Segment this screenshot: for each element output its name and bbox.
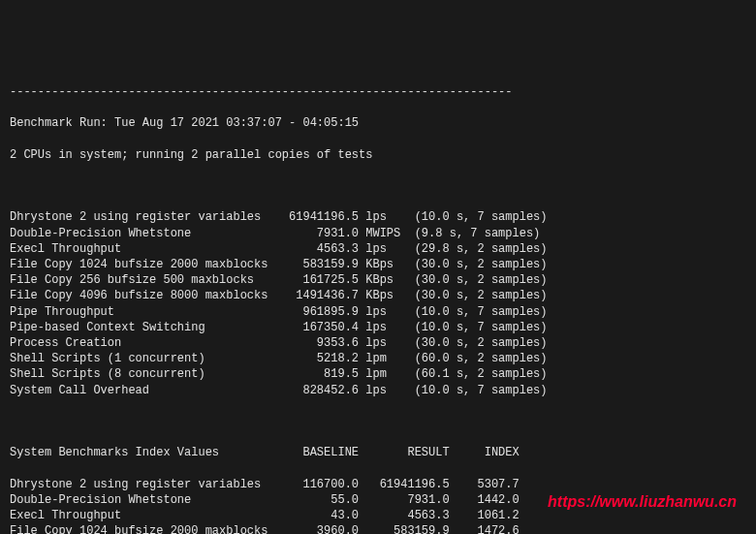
terminal-output: ----------------------------------------… [10,69,746,534]
test-row: Shell Scripts (8 concurrent) 819.5 lpm (… [10,366,746,382]
index-row: File Copy 1024 bufsize 2000 maxblocks 39… [10,523,746,534]
watermark-url: https://www.liuzhanwu.cn [548,491,737,513]
test-row: File Copy 1024 bufsize 2000 maxblocks 58… [10,257,746,272]
blank-line [10,178,746,194]
test-row: Execl Throughput 4563.3 lps (29.8 s, 2 s… [10,241,746,257]
test-row: File Copy 256 bufsize 500 maxblocks 1617… [10,272,746,288]
test-row: Double-Precision Whetstone 7931.0 MWIPS … [10,226,746,241]
test-row: Pipe Throughput 961895.9 lps (10.0 s, 7 … [10,304,746,320]
test-row: Shell Scripts (1 concurrent) 5218.2 lpm … [10,351,746,366]
test-row: Dhrystone 2 using register variables 619… [10,209,746,225]
index-row: Dhrystone 2 using register variables 116… [10,477,746,492]
test-row: System Call Overhead 828452.6 lps (10.0 … [10,383,746,398]
rule-line: ----------------------------------------… [10,84,746,100]
tests-block: Dhrystone 2 using register variables 619… [10,209,746,397]
test-row: Pipe-based Context Switching 167350.4 lp… [10,320,746,335]
test-row: Process Creation 9353.6 lps (30.0 s, 2 s… [10,335,746,351]
test-row: File Copy 4096 bufsize 8000 maxblocks 14… [10,288,746,303]
blank-line [10,414,746,429]
cpu-header: 2 CPUs in system; running 2 parallel cop… [10,147,746,163]
index-header-row: System Benchmarks Index Values BASELINE … [10,445,746,460]
run-header: Benchmark Run: Tue Aug 17 2021 03:37:07 … [10,115,746,131]
